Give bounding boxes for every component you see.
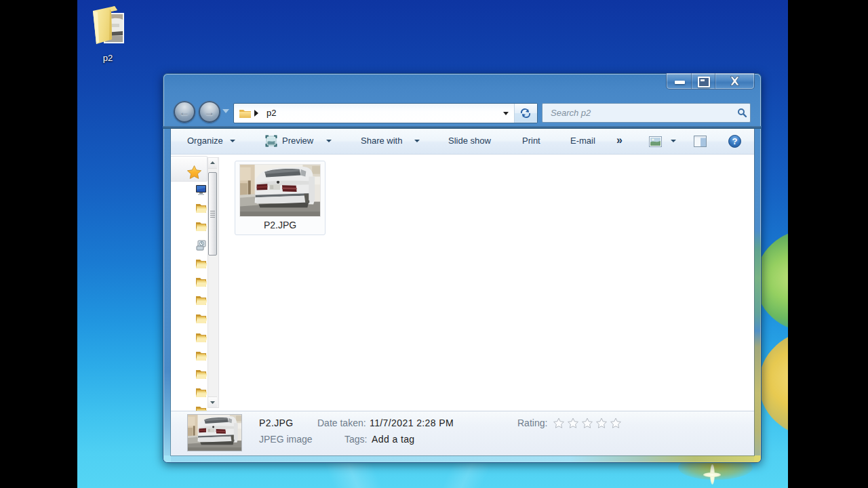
svg-text:?: ?: [732, 136, 738, 146]
